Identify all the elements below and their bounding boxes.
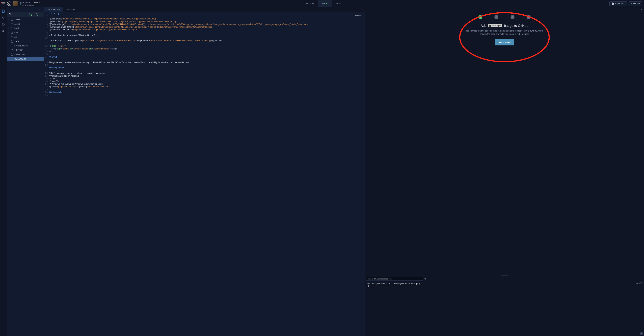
files-title: Files <box>9 13 13 16</box>
svg-point-4 <box>2 30 4 32</box>
close-pane-icon[interactable]: × <box>41 8 42 11</box>
close-panel-icon[interactable]: × <box>641 8 643 12</box>
panel-title: Add run on repl.it badge to GitHub <box>481 24 528 28</box>
file-label: README.md <box>14 58 26 60</box>
settings-icon[interactable] <box>2 23 5 26</box>
editor-tab-readme[interactable]: README.md <box>44 8 64 12</box>
github-icon <box>612 2 614 5</box>
vertical-resize-handle[interactable] <box>365 275 644 276</box>
step-3: 3 <box>510 15 514 19</box>
terminal-line: GNU bash, version 4.4.12(1)-release (x86… <box>366 282 642 285</box>
step-2: 2 <box>494 15 498 19</box>
file-more-icon[interactable]: ⋮ <box>40 58 42 60</box>
preview-button[interactable]: preview <box>354 13 363 17</box>
run-button[interactable]: run ▶ <box>318 0 332 8</box>
edit-icon[interactable]: ✎ <box>39 1 40 4</box>
folder-icon <box>11 28 14 29</box>
cursor <box>368 285 370 287</box>
svg-point-1 <box>4 17 4 18</box>
more-icon[interactable]: ⋮ <box>40 13 42 16</box>
packages-icon[interactable] <box>2 30 5 33</box>
step-4: 4 <box>526 15 531 19</box>
new-file-icon[interactable] <box>30 13 32 16</box>
folder-archive[interactable]: ›archive <box>7 18 44 22</box>
avatar[interactable] <box>13 1 18 6</box>
folder-data[interactable]: ›data <box>7 30 44 35</box>
step-1: 1 <box>478 15 482 19</box>
get-started-button[interactable]: Get Started <box>495 40 514 46</box>
file-label: src <box>14 36 17 38</box>
file-icon <box>11 54 14 56</box>
language-icon: C <box>20 4 21 6</box>
editor-pane: README.md ↺history + preview 12345678910… <box>44 8 365 336</box>
file-label: assets <box>14 23 20 25</box>
terminal-clear-icon[interactable]: ⌫ <box>639 282 642 285</box>
file-sidebar: + × Files | ⋮ ›archive›assets›build›data… <box>7 8 44 336</box>
play-icon: ▶ <box>326 2 328 5</box>
folder-build[interactable]: ›build <box>7 26 44 30</box>
terminal-popout-icon[interactable]: ⇥ <box>636 282 638 285</box>
folder-icon <box>11 36 14 38</box>
folder-icon <box>11 32 14 34</box>
prompt: > <box>366 285 368 287</box>
file-meson.build[interactable]: meson.build <box>7 52 44 57</box>
file-label: data <box>14 32 18 34</box>
import-repo-button[interactable]: import repo <box>610 1 628 6</box>
menu-button[interactable] <box>2 2 5 5</box>
share-icon: ⇪ <box>342 2 344 5</box>
person-add-icon: ⎋ <box>312 2 314 5</box>
add-preview-tab-icon[interactable]: + <box>641 278 643 280</box>
folder-icon <box>11 23 14 25</box>
preview-url-input[interactable] <box>366 277 423 280</box>
svg-point-5 <box>3 31 3 31</box>
help-button[interactable]: ? <box>640 332 643 335</box>
file-.replit[interactable]: .replit <box>7 39 44 44</box>
open-external-icon[interactable]: ⧉ <box>424 277 426 280</box>
step-indicator: 1 2 3 4 <box>478 15 531 19</box>
breadcrumb: @amasad/-2056 ✎ C No description <box>20 1 40 6</box>
add-pane-icon[interactable]: + <box>38 8 40 11</box>
file-label: CMakeLists.txt <box>14 44 28 47</box>
onboarding-panel: × 1 2 3 4 Add run on repl.it badge to Gi… <box>365 8 644 275</box>
breadcrumb-sep: / <box>31 1 31 4</box>
svg-point-3 <box>3 24 4 25</box>
file-label: meson.build <box>14 53 25 56</box>
terminal[interactable]: ⇥⌫ GNU bash, version 4.4.12(1)-release (… <box>365 281 644 336</box>
file-icon <box>11 45 14 47</box>
user-link[interactable]: @amasad <box>20 1 30 4</box>
run-badge-preview: run on repl.it <box>488 24 502 27</box>
panel-subtitle: Help others run this code on Repl.it, ad… <box>464 29 545 36</box>
history-icon: ↺ <box>67 8 69 11</box>
history-tab[interactable]: ↺history <box>64 8 79 12</box>
file-label: .replit <box>14 40 19 42</box>
file-label: archive <box>14 18 21 21</box>
add-tab-icon[interactable]: + <box>361 8 365 12</box>
vcs-icon[interactable] <box>2 16 5 20</box>
files-icon[interactable] <box>2 10 5 13</box>
file-icon <box>11 58 14 60</box>
editor-body[interactable]: preview 12345678910111213141516171819202… <box>44 12 365 336</box>
file-tree: ›archive›assets›build›data›src.replitCMa… <box>7 17 44 336</box>
file-icon <box>11 40 14 42</box>
file-README.md[interactable]: README.md⋮ <box>7 57 44 61</box>
side-rail <box>0 8 7 336</box>
folder-icon <box>11 19 14 20</box>
repl-description[interactable]: No description <box>22 4 34 6</box>
file-LICENSE[interactable]: LICENSE <box>7 48 44 52</box>
annotation-ellipse <box>459 12 550 62</box>
file-label: build <box>14 27 18 30</box>
repl-name[interactable]: -2056 <box>32 1 38 4</box>
file-icon <box>11 49 14 51</box>
folder-assets[interactable]: ›assets <box>7 22 44 26</box>
invite-button[interactable]: invite ⎋ <box>302 0 318 8</box>
new-repl-button[interactable]: + new repl <box>628 1 642 6</box>
logo-icon[interactable] <box>7 2 12 6</box>
file-label: LICENSE <box>14 49 23 51</box>
svg-point-0 <box>2 17 3 18</box>
header: @amasad/-2056 ✎ C No description invite … <box>0 0 644 8</box>
new-folder-icon[interactable] <box>36 13 38 16</box>
file-CMakeLists.txt[interactable]: CMakeLists.txt <box>7 44 44 48</box>
folder-src[interactable]: ›src <box>7 35 44 39</box>
share-button[interactable]: share ⇪ <box>332 0 348 8</box>
notification-dot <box>1 2 2 3</box>
